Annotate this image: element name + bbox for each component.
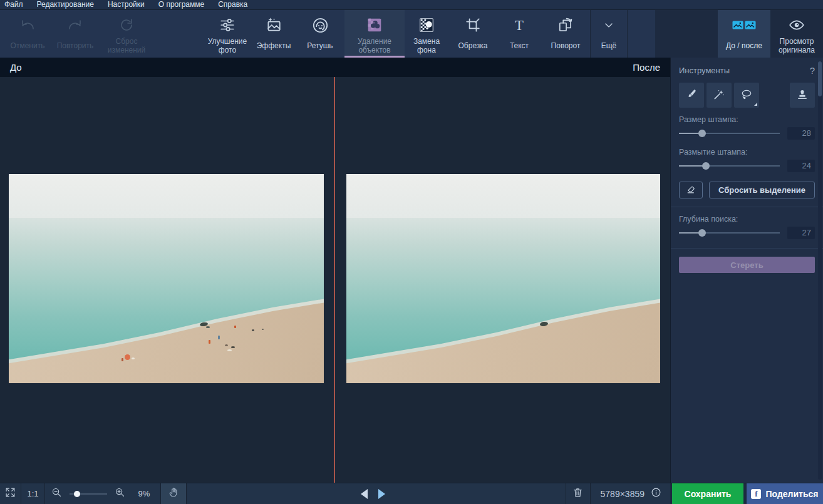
- before-after-toggle[interactable]: До / после: [718, 10, 770, 58]
- editing-canvas[interactable]: [0, 77, 670, 483]
- panel-divider: [671, 207, 823, 207]
- photo-sky: [9, 174, 324, 218]
- retouch-icon: [312, 16, 329, 34]
- stamp-tool-button[interactable]: [790, 83, 815, 108]
- menu-help[interactable]: Справка: [211, 0, 254, 9]
- photo-editor-window: Файл Редактирование Настройки О программ…: [0, 0, 823, 504]
- zoom-slider[interactable]: [70, 493, 107, 495]
- search-depth-slider-row: 27: [679, 226, 815, 240]
- lasso-tool-button[interactable]: [734, 83, 759, 108]
- tool-background-replace[interactable]: Замена фона: [405, 10, 448, 58]
- search-depth-slider[interactable]: [679, 232, 780, 234]
- stamp-blur-slider[interactable]: [679, 165, 780, 167]
- undo-button[interactable]: Отменить: [4, 10, 51, 58]
- tool-rotate[interactable]: Поворот: [541, 10, 590, 58]
- reset-icon: [119, 16, 134, 34]
- undo-icon: [20, 16, 35, 34]
- status-bar: 1:1 9%: [0, 483, 823, 504]
- after-label: После: [633, 62, 660, 73]
- stamp-size-slider-thumb[interactable]: [698, 130, 706, 137]
- fit-screen-icon: [5, 487, 16, 500]
- tool-crop-label: Обрезка: [458, 38, 488, 54]
- view-controls-group: До / после Просмотр оригинала: [655, 10, 823, 58]
- info-icon: [651, 487, 661, 500]
- search-depth-value[interactable]: 27: [787, 227, 815, 239]
- stamp-size-slider-row: 28: [679, 126, 815, 140]
- menu-file[interactable]: Файл: [4, 0, 30, 9]
- before-photo[interactable]: [9, 174, 324, 383]
- stamp-size-slider[interactable]: [679, 133, 780, 134]
- previous-image-button[interactable]: [361, 489, 368, 499]
- redo-button[interactable]: Повторить: [51, 10, 99, 58]
- zoom-controls: 9%: [45, 483, 160, 504]
- more-tools-button[interactable]: Ещё: [590, 10, 628, 58]
- reset-changes-button[interactable]: Сброс изменений: [99, 10, 154, 58]
- menu-bar: Файл Редактирование Настройки О программ…: [0, 0, 823, 10]
- before-after-icon: [732, 16, 756, 34]
- zoom-out-icon[interactable]: [51, 487, 62, 500]
- panel-title: Инструменты: [679, 66, 730, 75]
- more-tools-label: Ещё: [601, 38, 617, 54]
- selection-actions-row: Сбросить выделение: [679, 182, 815, 198]
- effects-icon: [266, 16, 282, 34]
- reset-selection-button[interactable]: Сбросить выделение: [709, 182, 815, 198]
- stamp-blur-slider-thumb[interactable]: [702, 162, 710, 170]
- stamp-blur-slider-row: 24: [679, 159, 815, 173]
- background-replace-icon: [418, 16, 435, 34]
- main-area: До После: [0, 58, 823, 483]
- zoom-in-icon[interactable]: [115, 487, 125, 500]
- before-after-divider[interactable]: [334, 77, 335, 483]
- object-removal-icon: [366, 16, 383, 34]
- hand-tool-button[interactable]: [161, 483, 186, 504]
- tool-crop[interactable]: Обрезка: [448, 10, 497, 58]
- magic-wand-icon: [713, 88, 725, 103]
- search-depth-slider-thumb[interactable]: [698, 229, 706, 237]
- magic-wand-tool-button[interactable]: [707, 83, 732, 108]
- tool-enhance[interactable]: Улучшение фото: [203, 10, 252, 58]
- text-icon: T: [511, 16, 527, 34]
- brush-icon: [685, 88, 698, 103]
- zoom-percent[interactable]: 9%: [134, 489, 154, 498]
- brush-tool-button[interactable]: [679, 83, 704, 108]
- view-original-button[interactable]: Просмотр оригинала: [770, 10, 823, 58]
- save-button[interactable]: Сохранить: [672, 483, 743, 504]
- erase-button[interactable]: Стереть: [679, 257, 815, 273]
- tool-retouch[interactable]: Ретушь: [296, 10, 344, 58]
- menu-about[interactable]: О программе: [152, 0, 211, 9]
- svg-text:T: T: [515, 18, 524, 33]
- tool-object-removal-label: Удаление объектов: [347, 38, 402, 54]
- share-label: Поделиться: [765, 489, 818, 499]
- next-image-button[interactable]: [378, 489, 385, 499]
- image-navigation: [361, 483, 385, 504]
- reset-changes-label: Сброс изменений: [101, 38, 152, 54]
- panel-scrollbar-thumb[interactable]: [818, 61, 822, 96]
- menu-edit[interactable]: Редактирование: [30, 0, 101, 9]
- enhance-icon: [219, 16, 236, 34]
- stamp-size-value[interactable]: 28: [787, 127, 815, 140]
- after-photo[interactable]: [346, 174, 660, 383]
- delete-image-button[interactable]: [566, 483, 590, 504]
- redo-icon: [68, 16, 83, 34]
- hand-icon: [168, 487, 179, 500]
- actual-size-button[interactable]: 1:1: [21, 483, 44, 504]
- tool-object-removal[interactable]: Удаление объектов: [344, 10, 405, 58]
- crop-icon: [465, 16, 481, 34]
- zoom-slider-thumb[interactable]: [74, 491, 80, 497]
- compare-labels-bar: До После: [0, 58, 670, 77]
- tools-group: Улучшение фото Эффекты Ретушь Удаление о…: [203, 10, 628, 58]
- view-original-label: Просмотр оригинала: [773, 38, 820, 54]
- stamp-blur-value[interactable]: 24: [787, 160, 815, 172]
- image-info-button[interactable]: [651, 483, 670, 504]
- help-icon[interactable]: ?: [810, 65, 815, 76]
- selection-eraser-button[interactable]: [679, 182, 703, 198]
- stamp-blur-label: Размытие штампа:: [679, 148, 815, 157]
- tool-text[interactable]: T Текст: [497, 10, 541, 58]
- fit-to-screen-button[interactable]: [0, 483, 21, 504]
- menu-settings[interactable]: Настройки: [101, 0, 152, 9]
- tool-effects[interactable]: Эффекты: [252, 10, 296, 58]
- tool-background-replace-label: Замена фона: [407, 38, 446, 54]
- stamp-icon: [796, 88, 809, 103]
- share-button[interactable]: f Поделиться: [747, 483, 823, 504]
- tool-enhance-label: Улучшение фото: [205, 38, 249, 54]
- panel-scrollbar[interactable]: [818, 61, 822, 480]
